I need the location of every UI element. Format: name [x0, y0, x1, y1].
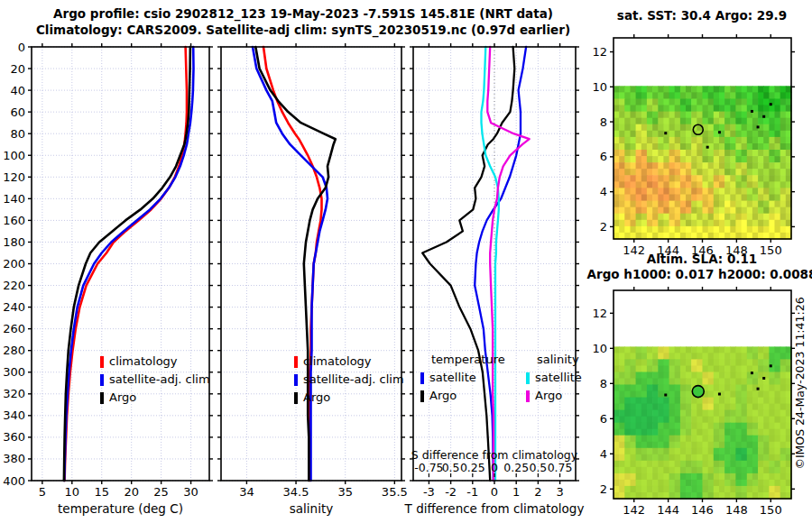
float-track-dot — [664, 132, 667, 134]
svg-text:180: 180 — [3, 235, 25, 249]
svg-text:40: 40 — [10, 84, 25, 97]
legend-item-satellite: satellite — [420, 369, 505, 387]
legend-item-climatology: climatology — [100, 353, 210, 371]
svg-text:60: 60 — [10, 106, 25, 119]
legend-item-argo: Argo — [294, 389, 404, 407]
svg-text:12: 12 — [592, 307, 607, 320]
svg-text:-1: -1 — [466, 485, 478, 499]
legend-item-argo: Argo — [100, 389, 210, 407]
svg-text:10: 10 — [592, 342, 607, 355]
svg-text:30: 30 — [183, 485, 198, 499]
difference-temperature-legend: temperature satellite Argo — [420, 351, 505, 405]
legend-label: Argo — [109, 389, 136, 407]
t-difference-axis-label: T difference from climatology — [404, 501, 585, 516]
legend-label: climatology — [109, 353, 178, 371]
svg-text:6: 6 — [600, 412, 607, 426]
svg-text:12: 12 — [592, 45, 607, 59]
legend-item-satellite-clim: satellite-adj. clim — [294, 371, 404, 389]
float-position-marker — [692, 386, 704, 398]
legend-header-salinity: salinity — [526, 351, 582, 369]
sst-map: 14214414614815024681012 — [592, 34, 795, 257]
svg-text:160: 160 — [3, 214, 25, 227]
float-track-dot — [762, 377, 765, 380]
satellite-t-line-swatch — [420, 372, 424, 384]
sst-map-title: sat. SST: 30.4 Argo: 29.9 — [586, 8, 812, 23]
svg-text:0.25: 0.25 — [503, 461, 529, 474]
svg-text:1: 1 — [512, 485, 520, 499]
temperature-legend: climatology satellite-adj. clim Argo — [100, 353, 210, 407]
legend-item-argo: Argo — [420, 387, 505, 405]
svg-text:15: 15 — [94, 485, 109, 499]
difference-salinity-legend: salinity satellite Argo — [526, 351, 582, 405]
legend-item-satellite-clim: satellite-adj. clim — [100, 371, 210, 389]
svg-text:120: 120 — [3, 170, 25, 184]
svg-text:0.5: 0.5 — [442, 461, 460, 474]
svg-text:148: 148 — [725, 503, 748, 517]
float-track-dot — [751, 372, 753, 374]
svg-text:100: 100 — [3, 149, 25, 162]
svg-text:260: 260 — [3, 322, 25, 335]
climatology-line-swatch — [100, 356, 104, 368]
argo-s-line-swatch — [526, 390, 530, 402]
svg-text:220: 220 — [3, 279, 25, 292]
svg-text:S difference from climatology: S difference from climatology — [411, 448, 578, 462]
svg-text:320: 320 — [3, 387, 25, 400]
legend-label: satellite — [429, 369, 476, 387]
svg-text:340: 340 — [3, 408, 25, 422]
svg-text:20: 20 — [124, 485, 139, 499]
svg-text:0: 0 — [18, 41, 25, 54]
legend-label: satellite-adj. clim — [109, 371, 210, 389]
float-track-dot — [757, 388, 760, 390]
svg-text:142: 142 — [623, 503, 645, 517]
figure-subtitle: Climatology: CARS2009. Satellite-adj cli… — [27, 23, 579, 37]
difference-profile: -3-2-10123S difference from climatology-… — [410, 43, 579, 499]
argo-t-line-swatch — [420, 390, 424, 402]
svg-text:10: 10 — [65, 485, 80, 499]
svg-text:200: 200 — [3, 257, 25, 271]
svg-text:-2: -2 — [445, 485, 457, 499]
svg-text:144: 144 — [657, 503, 679, 517]
satellite-clim-line-swatch — [100, 374, 104, 386]
svg-text:8: 8 — [600, 377, 607, 390]
svg-text:280: 280 — [3, 344, 25, 357]
svg-text:2: 2 — [534, 485, 541, 499]
svg-text:146: 146 — [691, 503, 714, 517]
float-track-dot — [664, 393, 667, 396]
svg-text:35.5: 35.5 — [382, 485, 408, 499]
svg-text:5: 5 — [39, 485, 46, 499]
legend-item-climatology: climatology — [294, 353, 404, 371]
svg-text:380: 380 — [3, 452, 25, 465]
salinity-axis-label: salinity — [221, 501, 401, 516]
svg-text:2: 2 — [600, 482, 607, 496]
svg-text:0.75: 0.75 — [548, 461, 573, 474]
svg-text:8: 8 — [600, 115, 607, 129]
float-track-dot — [751, 110, 753, 113]
imos-watermark: ©IMOS 24-May-2023 11:41:26 — [793, 297, 807, 469]
satellite-clim-line-swatch — [294, 374, 298, 386]
svg-text:0: 0 — [491, 461, 498, 474]
svg-text:150: 150 — [760, 503, 782, 517]
svg-text:35: 35 — [337, 485, 353, 499]
legend-label: climatology — [303, 353, 372, 371]
legend-label: Argo — [429, 387, 457, 405]
float-track-dot — [770, 103, 772, 106]
svg-text:20: 20 — [10, 62, 25, 76]
svg-text:80: 80 — [10, 127, 25, 141]
legend-label: Argo — [535, 387, 562, 405]
svg-text:3: 3 — [556, 485, 563, 499]
satellite-s-line-swatch — [526, 372, 530, 384]
svg-text:140: 140 — [3, 192, 25, 206]
svg-text:34.5: 34.5 — [283, 485, 309, 499]
svg-text:6: 6 — [600, 150, 607, 163]
legend-item-satellite: satellite — [526, 369, 582, 387]
argo-line-swatch — [294, 392, 298, 404]
legend-label: Argo — [303, 389, 330, 407]
svg-text:34: 34 — [239, 485, 254, 499]
svg-text:-0.75: -0.75 — [414, 461, 443, 474]
argo-heights-title: Argo h1000: 0.017 h2000: 0.0088 — [581, 267, 812, 281]
salinity-profile: 3434.53535.5 — [217, 43, 408, 499]
salinity-legend: climatology satellite-adj. clim Argo — [294, 353, 404, 407]
legend-label: satellite — [535, 369, 582, 387]
svg-text:360: 360 — [3, 430, 25, 444]
argo-line-swatch — [100, 392, 104, 404]
